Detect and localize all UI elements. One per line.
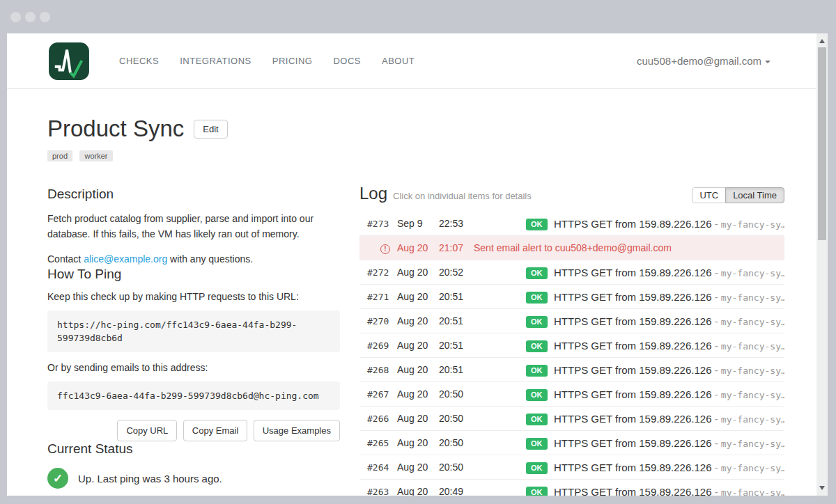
current-status-heading: Current Status (47, 441, 340, 457)
log-row-time: 20:51 (439, 291, 526, 302)
log-row-date: Aug 20 (397, 462, 439, 473)
current-status-row: ✓ Up. Last ping was 3 hours ago. (47, 468, 340, 489)
left-column: Description Fetch product catalog from s… (47, 187, 340, 489)
nav-item-docs[interactable]: DOCS (323, 49, 371, 73)
log-row-message: Sent email alert to cuu508+demo@gmail.co… (474, 242, 784, 253)
log-row-time: 22:53 (439, 218, 526, 229)
nav-item-checks[interactable]: CHECKS (109, 49, 169, 73)
window-close-button[interactable] (10, 12, 21, 22)
log-row-number: #269 (367, 340, 397, 351)
ok-badge: OK (526, 487, 548, 496)
log-row-date: Aug 20 (397, 437, 439, 448)
log-row-time: 20:49 (439, 486, 526, 496)
log-row-alert[interactable]: !Aug 2021:07Sent email alert to cuu508+d… (359, 236, 784, 260)
scrollbar-thumb[interactable] (818, 47, 826, 240)
log-row-number: #271 (367, 292, 397, 302)
log-row-event: HTTPS GET from 159.89.226.126 - my-fancy… (554, 218, 784, 230)
browser-page: CHECKS INTEGRATIONS PRICING DOCS ABOUT c… (7, 33, 816, 496)
scrollbar[interactable] (816, 33, 828, 496)
nav-links: CHECKS INTEGRATIONS PRICING DOCS ABOUT (109, 49, 425, 73)
ok-badge: OK (526, 316, 548, 328)
log-row-number: #273 (367, 219, 397, 229)
log-row-ping[interactable]: #266Aug 2020:50OKHTTPS GET from 159.89.2… (359, 407, 784, 431)
log-row-event: HTTPS GET from 159.89.226.126 - my-fancy… (554, 437, 784, 449)
alert-circle-icon: ! (380, 244, 390, 254)
log-row-time: 20:50 (439, 388, 526, 400)
nav-item-pricing[interactable]: PRICING (262, 49, 323, 73)
status-up-icon: ✓ (47, 468, 68, 489)
ping-url-code: https://hc-ping.com/ffc143c9-6aea-44fa-b… (47, 310, 340, 352)
log-row-event: HTTPS GET from 159.89.226.126 - my-fancy… (554, 315, 784, 327)
ok-badge: OK (526, 365, 548, 377)
nav-item-integrations[interactable]: INTEGRATIONS (169, 49, 262, 73)
copy-email-button[interactable]: Copy Email (183, 420, 247, 441)
ping-actions: Copy URL Copy Email Usage Examples (47, 420, 340, 441)
utc-toggle-button[interactable]: UTC (692, 187, 726, 203)
tag-list: prod worker (47, 149, 228, 162)
log-row-date: Aug 20 (397, 388, 439, 400)
page-title: Product Sync (47, 116, 184, 142)
healthchecks-logo-icon[interactable] (49, 42, 89, 80)
log-subtitle: Click on individual items for details (393, 191, 532, 201)
log-row-time: 21:07 (439, 242, 474, 253)
ok-badge: OK (526, 340, 548, 352)
log-row-event: HTTPS GET from 159.89.226.126 - my-fancy… (554, 413, 784, 425)
log-row-ping[interactable]: #267Aug 2020:50OKHTTPS GET from 159.89.2… (359, 382, 784, 407)
contact-line: Contact alice@example.org with any quest… (47, 251, 340, 267)
log-row-ping[interactable]: #264Aug 2020:50OKHTTPS GET from 159.89.2… (359, 455, 784, 480)
usage-examples-button[interactable]: Usage Examples (254, 420, 340, 441)
log-row-ping[interactable]: #273Sep 922:53OKHTTPS GET from 159.89.22… (359, 212, 784, 236)
ping-email-label: Or by sending emails to this address: (47, 362, 340, 373)
log-row-ping[interactable]: #272Aug 2020:52OKHTTPS GET from 159.89.2… (359, 260, 784, 285)
log-row-number: #272 (367, 267, 397, 278)
log-row-date: Aug 20 (397, 486, 439, 496)
edit-button[interactable]: Edit (194, 120, 227, 139)
ok-badge: OK (526, 219, 548, 230)
scroll-down-arrow-icon[interactable] (819, 486, 825, 490)
log-row-date: Aug 20 (397, 242, 439, 253)
navbar: CHECKS INTEGRATIONS PRICING DOCS ABOUT c… (7, 33, 816, 89)
log-row-ping[interactable]: #268Aug 2020:51OKHTTPS GET from 159.89.2… (359, 358, 784, 382)
chevron-down-icon (765, 61, 771, 63)
log-row-ping[interactable]: #269Aug 2020:51OKHTTPS GET from 159.89.2… (359, 333, 784, 358)
ok-badge: OK (526, 438, 548, 450)
how-to-ping-heading: How To Ping (47, 267, 340, 282)
log-row-ping[interactable]: #270Aug 2020:51OKHTTPS GET from 159.89.2… (359, 309, 784, 333)
scroll-up-arrow-icon[interactable] (819, 39, 825, 43)
log-row-time: 20:51 (439, 340, 526, 351)
ok-badge: OK (526, 389, 548, 401)
nav-item-about[interactable]: ABOUT (371, 49, 425, 73)
log-row-number: #263 (367, 487, 397, 496)
log-row-ping[interactable]: #265Aug 2020:50OKHTTPS GET from 159.89.2… (359, 431, 784, 455)
window-maximize-button[interactable] (40, 12, 50, 22)
account-dropdown[interactable]: cuu508+demo@gmail.com (637, 55, 771, 67)
log-row-date: Aug 20 (397, 267, 439, 278)
timezone-toggle: UTC Local Time (692, 187, 784, 203)
page-header: Product Sync Edit prod worker (47, 116, 228, 162)
window-minimize-button[interactable] (25, 12, 36, 22)
tag-prod: prod (47, 150, 72, 162)
log-section: Log Click on individual items for detail… (359, 184, 784, 496)
log-row-ping[interactable]: #271Aug 2020:51OKHTTPS GET from 159.89.2… (359, 285, 784, 309)
tag-worker: worker (79, 150, 112, 162)
log-row-event: HTTPS GET from 159.89.226.126 - my-fancy… (554, 340, 784, 352)
ok-badge: OK (526, 462, 548, 474)
local-time-toggle-button[interactable]: Local Time (725, 187, 784, 203)
log-row-number: #264 (367, 462, 397, 473)
log-row-event: HTTPS GET from 159.89.226.126 - my-fancy… (554, 462, 784, 473)
account-email: cuu508+demo@gmail.com (637, 55, 761, 67)
ok-badge: OK (526, 292, 548, 304)
log-row-event: HTTPS GET from 159.89.226.126 - my-fancy… (554, 267, 784, 278)
contact-email-link[interactable]: alice@example.org (84, 253, 167, 265)
log-row-event: HTTPS GET from 159.89.226.126 - my-fancy… (554, 388, 784, 400)
log-row-event: HTTPS GET from 159.89.226.126 - my-fancy… (554, 486, 784, 496)
copy-url-button[interactable]: Copy URL (117, 420, 177, 441)
log-row-date: Sep 9 (397, 218, 439, 229)
status-text: Up. Last ping was 3 hours ago. (78, 473, 222, 485)
ok-badge: OK (526, 414, 548, 425)
log-row-date: Aug 20 (397, 340, 439, 351)
log-row-time: 20:51 (439, 315, 526, 326)
description-text: Fetch product catalog from supplier, par… (47, 211, 340, 242)
log-row-date: Aug 20 (397, 315, 439, 326)
log-row-ping[interactable]: #263Aug 2020:49OKHTTPS GET from 159.89.2… (359, 480, 784, 496)
